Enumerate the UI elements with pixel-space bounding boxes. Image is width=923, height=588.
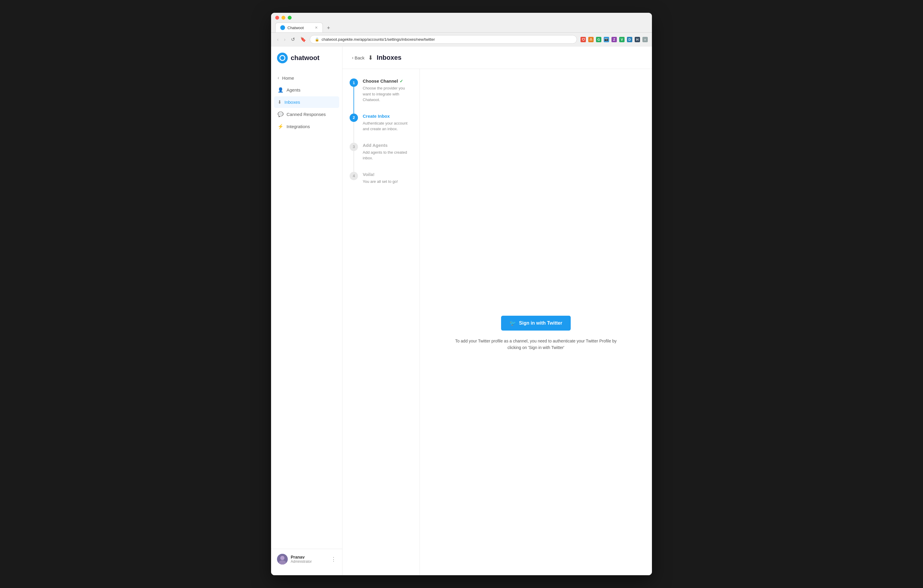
nav-buttons: ‹ › ↺ [275, 36, 297, 43]
ext-icon-cam[interactable]: 📷 [604, 37, 609, 42]
svg-point-1 [280, 556, 284, 560]
avatar [277, 554, 288, 565]
url-text: chatwoot.pagekite.me/app/accounts/1/sett… [322, 37, 435, 42]
sign-in-twitter-label: Sign in with Twitter [519, 321, 562, 326]
step-1-content: Choose Channel ✓ Choose the provider you… [363, 79, 412, 113]
step-3: 3 Add Agents Add agents to the created i… [350, 142, 412, 172]
tab-title: Chatwoot [287, 26, 304, 30]
step-3-desc: Add agents to the created inbox. [363, 149, 412, 161]
tab-favicon [280, 25, 285, 30]
sidebar-nav: ‹ Home 👤 Agents ⬇ Inboxes 💬 Canned Respo… [271, 72, 342, 549]
url-field[interactable]: 🔒 chatwoot.pagekite.me/app/accounts/1/se… [310, 35, 577, 44]
step-2-desc: Authenticate your account and create an … [363, 120, 412, 132]
step-4-number: 4 [350, 172, 358, 180]
twitter-content: 🐦 Sign in with Twitter To add your Twitt… [420, 69, 652, 575]
app-layout: chatwoot ‹ Home 👤 Agents ⬇ Inboxes 💬 Can [271, 47, 652, 575]
step-2-title: Create Inbox [363, 113, 412, 119]
page-header: ‹ Back ⬇ Inboxes [342, 47, 652, 69]
step-4: 4 Voila! You are all set to go! [350, 172, 412, 195]
ext-icon-menu[interactable]: ≡ [642, 37, 648, 42]
steps-panel: 1 Choose Channel ✓ Choose the provider y… [342, 69, 420, 575]
close-button[interactable] [275, 16, 279, 20]
user-name: Pranav [291, 555, 328, 560]
integrations-icon: ⚡ [278, 124, 284, 129]
step-1-number: 1 [350, 79, 358, 87]
twitter-bird-icon: 🐦 [509, 320, 516, 326]
sidebar: chatwoot ‹ Home 👤 Agents ⬇ Inboxes 💬 Can [271, 47, 342, 575]
back-nav-button[interactable]: ‹ [275, 36, 280, 43]
sidebar-item-label-home: Home [282, 75, 294, 80]
agents-icon: 👤 [278, 87, 284, 93]
user-menu-button[interactable]: ⋮ [331, 556, 336, 562]
canned-responses-icon: 💬 [278, 111, 284, 117]
twitter-help-text: To add your Twitter profile as a channel… [450, 338, 622, 351]
back-link[interactable]: ‹ Back [352, 55, 365, 61]
user-area: Pranav Administrator ⋮ [271, 549, 342, 569]
sidebar-item-agents[interactable]: 👤 Agents [274, 84, 339, 96]
logo-icon [277, 52, 288, 63]
step-3-title: Add Agents [363, 142, 412, 148]
sidebar-item-label-integrations: Integrations [287, 124, 310, 129]
step-1: 1 Choose Channel ✓ Choose the provider y… [350, 79, 412, 113]
logo-inner-circle [279, 55, 285, 61]
ext-icon-z[interactable]: Z [611, 37, 617, 42]
ext-icon-alert[interactable]: ⚠ [588, 37, 594, 42]
minimize-button[interactable] [281, 16, 285, 20]
sidebar-item-label-agents: Agents [287, 87, 301, 92]
sidebar-item-label-inboxes: Inboxes [284, 100, 300, 105]
ext-icon-shield[interactable]: 🛡 [581, 37, 586, 42]
step-2-number: 2 [350, 113, 358, 122]
maximize-button[interactable] [288, 16, 292, 20]
bookmark-icon[interactable]: 🔖 [300, 36, 306, 42]
sidebar-item-label-canned-responses: Canned Responses [287, 112, 326, 117]
main-content: ‹ Back ⬇ Inboxes 1 [342, 47, 652, 575]
ext-icon-h[interactable]: H [635, 37, 640, 42]
ext-icon-g[interactable]: G [596, 37, 601, 42]
steps-content-layout: 1 Choose Channel ✓ Choose the provider y… [342, 69, 652, 575]
tab-close-button[interactable]: ✕ [315, 26, 318, 30]
step-3-content: Add Agents Add agents to the created inb… [363, 142, 412, 172]
step-4-title: Voila! [363, 172, 398, 177]
step-3-line [353, 151, 354, 172]
browser-window: Chatwoot ✕ + ‹ › ↺ 🔖 🔒 chatwoot.pagekite… [271, 13, 652, 575]
back-link-label: Back [355, 55, 365, 61]
back-arrow-icon: ‹ [352, 55, 353, 60]
sign-in-twitter-button[interactable]: 🐦 Sign in with Twitter [501, 316, 570, 331]
forward-nav-button[interactable]: › [282, 36, 287, 43]
page-title: Inboxes [377, 54, 401, 62]
ext-icon-v[interactable]: V [619, 37, 624, 42]
sidebar-item-inboxes[interactable]: ⬇ Inboxes [274, 96, 339, 108]
home-icon: ‹ [278, 75, 279, 80]
logo-area: chatwoot [271, 52, 342, 72]
logo-text: chatwoot [291, 54, 320, 62]
step-2: 2 Create Inbox Authenticate your account… [350, 113, 412, 142]
lock-icon: 🔒 [315, 38, 319, 42]
refresh-nav-button[interactable]: ↺ [289, 36, 297, 43]
step-3-number: 3 [350, 142, 358, 151]
user-info: Pranav Administrator [291, 555, 328, 563]
browser-chrome: Chatwoot ✕ + [271, 13, 652, 33]
tab-bar: Chatwoot ✕ + [275, 23, 648, 33]
browser-tab[interactable]: Chatwoot ✕ [275, 23, 323, 33]
step-1-desc: Choose the provider you want to integrat… [363, 85, 412, 103]
sidebar-item-integrations[interactable]: ⚡ Integrations [274, 121, 339, 132]
step-1-title: Choose Channel ✓ [363, 79, 412, 84]
user-role: Administrator [291, 560, 328, 563]
step-1-line [353, 87, 354, 113]
step-1-check-icon: ✓ [400, 79, 403, 84]
browser-extensions: 🛡 ⚠ G 📷 Z V D H ≡ [581, 37, 648, 42]
new-tab-button[interactable]: + [324, 23, 333, 33]
sidebar-item-canned-responses[interactable]: 💬 Canned Responses [274, 108, 339, 120]
step-2-content: Create Inbox Authenticate your account a… [363, 113, 412, 142]
address-bar: ‹ › ↺ 🔖 🔒 chatwoot.pagekite.me/app/accou… [271, 33, 652, 47]
traffic-lights [275, 16, 648, 20]
step-2-line [353, 122, 354, 142]
step-4-content: Voila! You are all set to go! [363, 172, 398, 195]
inboxes-icon: ⬇ [278, 99, 281, 105]
step-4-desc: You are all set to go! [363, 179, 398, 185]
inboxes-header-icon: ⬇ [368, 54, 373, 61]
sidebar-item-home[interactable]: ‹ Home [274, 72, 339, 84]
ext-icon-d[interactable]: D [627, 37, 632, 42]
